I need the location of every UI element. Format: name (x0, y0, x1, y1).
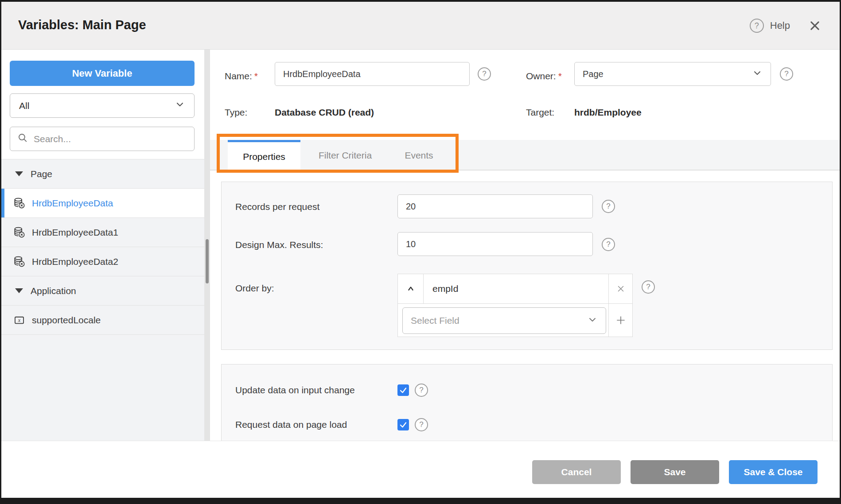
help-icon[interactable]: ? (750, 19, 764, 33)
order-by-help-icon[interactable]: ? (642, 280, 655, 294)
update-data-checkbox[interactable] (397, 384, 409, 396)
page-title: Variables: Main Page (18, 18, 146, 32)
sidebar-item-supportedlocale[interactable]: x supportedLocale (1, 306, 204, 335)
select-field-placeholder: Select Field (411, 315, 459, 326)
records-per-request-input[interactable] (397, 194, 593, 218)
database-crud-variable-icon (13, 226, 25, 238)
chevron-down-icon (587, 314, 598, 327)
new-variable-button[interactable]: New Variable (10, 61, 195, 86)
tab-events[interactable]: Events (399, 140, 439, 171)
order-by-selected-row: empId (398, 274, 632, 303)
variable-detail-panel: Name:* ? Owner:* Page ? Type: Database C… (210, 50, 840, 441)
name-help-icon[interactable]: ? (478, 67, 491, 81)
caret-down-icon (15, 171, 23, 176)
order-by-widget: empId Select Field (397, 274, 633, 337)
sidebar-item-hrdbemployeedata[interactable]: HrdbEmployeeData (1, 189, 204, 218)
sidebar-item-hrdbemployeedata1[interactable]: HrdbEmployeeData1 (1, 218, 204, 247)
owner-select[interactable]: Page (574, 62, 771, 86)
search-icon (17, 132, 28, 145)
behavior-panel: Update data on input change ? Request da… (221, 364, 833, 441)
update-data-help-icon[interactable]: ? (415, 384, 428, 397)
variable-name: HrdbEmployeeData1 (32, 227, 118, 238)
name-label: Name:* (225, 71, 258, 81)
sidebar-group-page[interactable]: Page (1, 159, 204, 189)
dialog-footer: Cancel Save Save & Close (1, 441, 840, 498)
order-by-label: Order by: (235, 283, 274, 294)
sort-direction-toggle[interactable] (398, 274, 424, 303)
selection-indicator (1, 189, 4, 217)
close-icon[interactable] (809, 19, 821, 32)
sidebar-item-hrdbemployeedata2[interactable]: HrdbEmployeeData2 (1, 247, 204, 276)
question-glyph: ? (784, 70, 788, 78)
select-field-dropdown[interactable]: Select Field (402, 307, 606, 334)
list-empty-space (1, 335, 204, 438)
model-variable-icon: x (13, 314, 25, 326)
save-and-close-button[interactable]: Save & Close (729, 460, 818, 484)
variable-name: HrdbEmployeeData2 (32, 256, 118, 267)
plus-icon (615, 315, 626, 326)
sidebar-group-application[interactable]: Application (1, 276, 204, 306)
dialog-header: Variables: Main Page ? Help (1, 2, 840, 50)
design-max-help-icon[interactable]: ? (602, 238, 615, 251)
target-value: hrdb/Employee (574, 107, 642, 118)
chevron-down-icon (175, 99, 185, 112)
group-label: Page (31, 169, 52, 179)
question-glyph: ? (755, 21, 759, 31)
request-data-checkbox[interactable] (397, 419, 409, 430)
update-data-label: Update data on input change (235, 385, 355, 395)
question-glyph: ? (482, 70, 486, 78)
help-label[interactable]: Help (770, 20, 790, 31)
remove-order-field-button[interactable] (608, 274, 632, 303)
screenshot-frame: Variables: Main Page ? Help New Variable… (0, 0, 841, 504)
chevron-down-icon (752, 68, 763, 81)
tab-filter-criteria[interactable]: Filter Criteria (313, 140, 378, 171)
order-by-field[interactable]: empId (424, 274, 608, 303)
group-label: Application (31, 286, 76, 296)
variable-search-box (10, 127, 195, 151)
search-input[interactable] (34, 134, 187, 144)
owner-help-icon[interactable]: ? (780, 67, 793, 81)
variable-type-filter-value: All (19, 101, 29, 111)
svg-text:x: x (18, 317, 21, 323)
select-field-cell: Select Field (398, 304, 608, 337)
target-label: Target: (526, 107, 554, 118)
records-help-icon[interactable]: ? (602, 200, 615, 213)
scrollbar-thumb[interactable] (206, 239, 209, 283)
variable-name: supportedLocale (32, 315, 101, 326)
name-input[interactable] (275, 62, 470, 86)
save-button[interactable]: Save (631, 460, 719, 484)
question-glyph: ? (419, 420, 423, 429)
caret-down-icon (15, 288, 23, 293)
variable-name: HrdbEmployeeData (32, 198, 113, 209)
design-max-results-input[interactable] (397, 232, 593, 256)
sidebar-scrollbar[interactable] (204, 50, 210, 441)
variable-type-filter-select[interactable]: All (10, 93, 195, 118)
required-asterisk: * (558, 71, 562, 81)
remove-icon (616, 284, 626, 294)
detail-tabs: Properties Filter Criteria Events (210, 140, 840, 171)
question-glyph: ? (646, 283, 650, 291)
check-icon (399, 386, 407, 394)
variables-sidebar: New Variable All Page (1, 50, 204, 441)
owner-value: Page (583, 69, 603, 79)
cancel-button[interactable]: Cancel (532, 460, 621, 484)
database-crud-variable-icon (13, 256, 25, 268)
question-glyph: ? (419, 386, 423, 395)
tab-properties[interactable]: Properties (228, 140, 300, 171)
question-glyph: ? (606, 240, 610, 249)
required-asterisk: * (254, 71, 258, 81)
order-by-add-row: Select Field (398, 303, 632, 337)
database-crud-variable-icon (13, 197, 25, 209)
type-value: Database CRUD (read) (275, 107, 374, 118)
records-per-request-label: Records per request (235, 202, 319, 212)
request-data-help-icon[interactable]: ? (415, 418, 428, 431)
add-order-field-button[interactable] (608, 304, 632, 337)
design-max-results-label: Design Max. Results: (235, 240, 323, 250)
properties-panel: Records per request ? Design Max. Result… (221, 182, 833, 350)
question-glyph: ? (606, 202, 610, 211)
check-icon (399, 421, 407, 429)
footer-actions: Cancel Save Save & Close (532, 460, 818, 484)
variables-dialog: Variables: Main Page ? Help New Variable… (1, 2, 840, 498)
owner-label: Owner:* (526, 71, 562, 81)
chevron-up-icon (406, 284, 416, 294)
